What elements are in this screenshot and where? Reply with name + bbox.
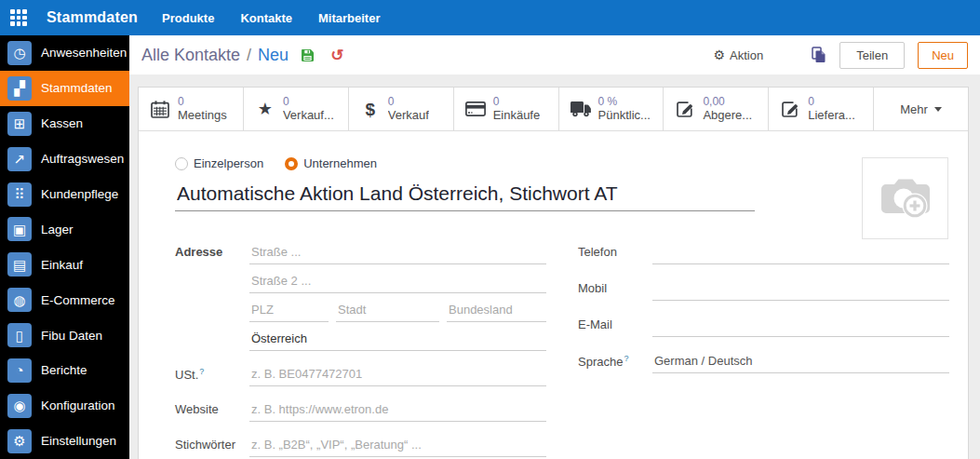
stat-label: Verkauf... (283, 108, 334, 123)
radio-label: Einzelperson (194, 156, 263, 170)
mehr-label: Mehr (900, 102, 928, 116)
stat-button-verkaufschancen[interactable]: ★ 0 Verkauf... (244, 88, 349, 130)
star-icon: ★ (254, 101, 276, 117)
email-input[interactable] (652, 315, 949, 337)
avatar-upload[interactable] (862, 157, 948, 239)
truck-icon (570, 101, 592, 117)
stat-value: 0 (493, 95, 541, 108)
teilen-button[interactable]: Teilen (839, 42, 905, 69)
breadcrumb-separator: / (247, 46, 251, 65)
sidebar: ◷ Anwesenheiten ▞ Stammdaten ⊞ Kassen ↗ … (0, 35, 129, 459)
caret-down-icon (934, 107, 942, 112)
discard-undo-icon[interactable]: ↺ (330, 47, 343, 63)
edit-icon (674, 100, 696, 118)
sidebar-item-einstellungen[interactable]: ⚙ Einstellungen (0, 424, 129, 459)
stat-button-puenktlichkeit[interactable]: 0 % Pünktlic... (559, 88, 665, 130)
sprache-input[interactable] (652, 351, 949, 373)
topnav-kontakte[interactable]: Kontakte (240, 11, 292, 25)
mobil-input[interactable] (652, 278, 949, 301)
telefon-input[interactable] (652, 242, 949, 264)
stat-button-meetings[interactable]: 0 Meetings (139, 88, 244, 130)
bundesland-input[interactable] (447, 300, 546, 322)
stat-value: 0 % (598, 95, 651, 108)
sidebar-item-label: Einstellungen (41, 434, 116, 448)
stat-button-verkauf[interactable]: $ 0 Verkauf (349, 88, 454, 130)
land-input[interactable] (249, 329, 546, 351)
stat-button-einkaeufe[interactable]: 0 Einkäufe (454, 88, 559, 130)
stat-value: 0 (283, 95, 334, 108)
sidebar-item-label: Lager (41, 223, 74, 236)
orders-chart-icon: ↗ (7, 147, 32, 171)
website-input[interactable] (249, 399, 546, 422)
stat-label: Einkäufe (493, 108, 541, 123)
mehr-button[interactable]: Mehr (874, 88, 968, 130)
stat-value: 0 (808, 95, 855, 108)
sidebar-item-label: E-Commerce (41, 293, 115, 307)
pos-grid-icon: ⊞ (7, 112, 32, 136)
ust-label: USt.? (175, 364, 249, 386)
radio-unternehmen[interactable]: Unternehmen (285, 156, 377, 170)
reports-gauge-icon: ◔ (7, 358, 32, 383)
stat-button-abgerechnet[interactable]: 0,00 Abgere... (664, 88, 769, 130)
calendar-icon (149, 101, 171, 118)
crm-people-icon: ⠿ (7, 182, 32, 207)
sprache-label: Sprache? (578, 351, 652, 373)
contact-form: Einzelperson Unternehmen (139, 131, 968, 459)
strasse-input[interactable] (249, 242, 546, 264)
sidebar-item-fibu-daten[interactable]: ▯ Fibu Daten (0, 317, 129, 353)
sidebar-item-label: Anwesenheiten (41, 46, 127, 60)
sidebar-item-einkauf[interactable]: ▤ Einkauf (0, 247, 129, 282)
stat-label: Abgere... (703, 108, 752, 123)
stichwoerter-input[interactable] (249, 435, 546, 457)
telefon-label: Telefon (578, 242, 652, 264)
form-sheet: 0 Meetings ★ 0 Verkauf... $ (138, 87, 969, 459)
stat-label: Pünktlic... (598, 108, 651, 123)
radio-unselected-icon (175, 157, 188, 170)
sidebar-item-lager[interactable]: ▣ Lager (0, 211, 129, 247)
apps-grid-icon[interactable] (10, 9, 27, 26)
sidebar-item-ecommerce[interactable]: ◍ E-Commerce (0, 282, 129, 317)
app-title[interactable]: Stammdaten (47, 9, 138, 26)
ust-input[interactable] (249, 364, 546, 386)
topnav-mitarbeiter[interactable]: Mitarbeiter (318, 11, 380, 25)
sidebar-item-label: Einkauf (41, 258, 83, 272)
radio-einzelperson[interactable]: Einzelperson (175, 156, 263, 170)
website-label: Website (175, 399, 249, 422)
sidebar-item-kundenpflege[interactable]: ⠿ Kundenpflege (0, 177, 129, 212)
aktion-button[interactable]: ⚙ Aktion (713, 48, 763, 62)
plz-input[interactable] (249, 300, 329, 322)
inventory-box-icon: ▣ (7, 217, 32, 241)
strasse2-input[interactable] (249, 271, 546, 293)
radio-label: Unternehmen (303, 156, 377, 170)
breadcrumb: Alle Kontakte / Neu (141, 46, 289, 65)
contact-name-input[interactable] (175, 182, 755, 211)
camera-plus-icon (878, 174, 933, 223)
control-panel: Alle Kontakte / Neu ↺ ⚙ Aktion (129, 35, 980, 74)
stadt-input[interactable] (336, 300, 439, 322)
stat-button-lieferauftraege[interactable]: 0 Liefera... (769, 88, 874, 130)
sidebar-item-stammdaten[interactable]: ▞ Stammdaten (0, 71, 129, 106)
ecommerce-globe-icon: ◍ (7, 288, 32, 312)
radio-selected-icon (285, 157, 298, 170)
copy-icon[interactable] (812, 47, 826, 63)
sidebar-item-anwesenheiten[interactable]: ◷ Anwesenheiten (0, 35, 129, 71)
sidebar-item-label: Stammdaten (41, 81, 113, 95)
neu-button[interactable]: Neu (918, 42, 968, 69)
stat-value: 0,00 (703, 95, 752, 108)
sidebar-item-label: Kassen (41, 116, 83, 130)
breadcrumb-parent[interactable]: Alle Kontakte (141, 46, 240, 65)
sidebar-item-auftragswesen[interactable]: ↗ Auftragswesen (0, 142, 129, 177)
attendance-calendar-icon: ◷ (7, 41, 32, 65)
save-icon[interactable] (301, 48, 315, 62)
sidebar-item-konfiguration[interactable]: ◉ Konfiguration (0, 388, 129, 424)
form-right-column: Telefon Mobil E-Mail (578, 242, 949, 459)
topnav-produkte[interactable]: Produkte (162, 11, 214, 25)
aktion-label: Aktion (730, 48, 763, 62)
email-label: E-Mail (578, 315, 652, 337)
gear-icon: ⚙ (713, 48, 725, 61)
sidebar-item-label: Berichte (41, 363, 87, 377)
stat-label: Meetings (178, 108, 227, 123)
sidebar-item-berichte[interactable]: ◔ Berichte (0, 353, 129, 388)
configuration-globe-icon: ◉ (7, 394, 32, 418)
sidebar-item-kassen[interactable]: ⊞ Kassen (0, 106, 129, 142)
